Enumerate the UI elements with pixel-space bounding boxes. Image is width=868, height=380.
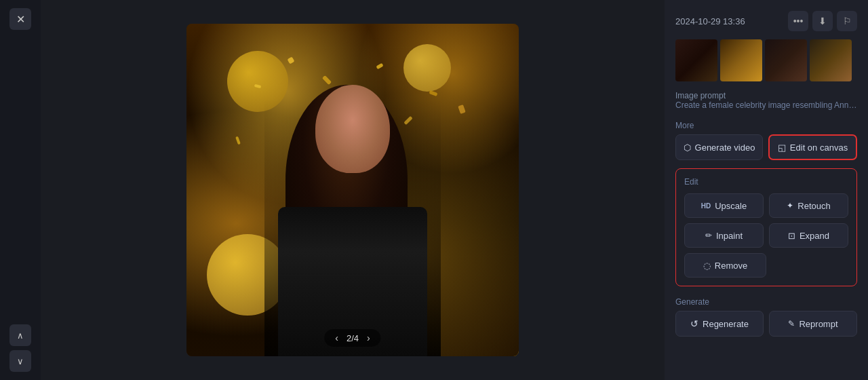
more-section: More ⬡ Generate video ◱ Edit on canvas — [675, 118, 857, 160]
prev-arrow-icon: ‹ — [335, 332, 338, 343]
generate-video-label: Generate video — [695, 142, 755, 153]
edit-section: Edit HD Upscale ✦ Retouch ✏ Inpaint ⊡ Ex… — [675, 168, 857, 286]
reprompt-icon: ✎ — [788, 319, 795, 328]
nav-arrows: ∧ ∨ — [9, 324, 31, 372]
close-button[interactable]: ✕ — [9, 8, 31, 30]
header-actions: ••• ⬇ ⚐ — [788, 11, 857, 31]
timestamp: 2024-10-29 13:36 — [675, 16, 745, 26]
reprompt-label: Reprompt — [799, 319, 837, 329]
regenerate-button[interactable]: ↺ Regenerate — [675, 311, 764, 337]
edit-grid: HD Upscale ✦ Retouch ✏ Inpaint ⊡ Expand … — [684, 193, 848, 278]
prompt-label: Image prompt — [675, 91, 857, 100]
main-image — [186, 24, 519, 356]
more-section-label: More — [675, 121, 857, 130]
thumbnail-2[interactable] — [720, 39, 762, 81]
retouch-icon: ✦ — [787, 201, 793, 210]
expand-button[interactable]: ⊡ Expand — [769, 223, 848, 248]
prompt-text: Create a female celebrity image resembli… — [675, 100, 857, 110]
generate-section: Generate ↺ Regenerate ✎ Reprompt — [675, 294, 857, 337]
expand-icon: ⊡ — [788, 231, 795, 241]
generate-section-label: Generate — [675, 297, 857, 307]
video-icon: ⬡ — [684, 142, 691, 153]
bookmark-button[interactable]: ⚐ — [837, 11, 857, 31]
thumbnail-strip — [675, 39, 857, 81]
more-icon: ••• — [793, 16, 804, 26]
retouch-button[interactable]: ✦ Retouch — [769, 193, 848, 218]
regenerate-label: Regenerate — [703, 319, 749, 329]
edit-section-label: Edit — [684, 177, 848, 187]
inpaint-button[interactable]: ✏ Inpaint — [684, 223, 764, 248]
nav-down-button[interactable]: ∨ — [9, 350, 31, 372]
panel-header: 2024-10-29 13:36 ••• ⬇ ⚐ — [675, 11, 857, 31]
generate-video-button[interactable]: ⬡ Generate video — [675, 134, 763, 160]
edit-on-canvas-button[interactable]: ◱ Edit on canvas — [768, 134, 857, 160]
inpaint-icon: ✏ — [705, 231, 712, 240]
reprompt-button[interactable]: ✎ Reprompt — [769, 311, 857, 337]
remove-label: Remove — [715, 261, 747, 271]
main-content: ‹ 2/4 › — [41, 0, 665, 380]
regenerate-icon: ↺ — [690, 318, 698, 329]
hd-icon: HD — [701, 202, 711, 210]
nav-up-button[interactable]: ∧ — [9, 324, 31, 346]
download-icon: ⬇ — [818, 16, 827, 26]
prev-image-button[interactable]: ‹ — [334, 332, 340, 343]
next-arrow-icon: › — [367, 332, 370, 343]
left-sidebar: ✕ ∧ ∨ — [0, 0, 41, 380]
upscale-label: Upscale — [715, 201, 747, 211]
image-nav: ‹ 2/4 › — [324, 329, 380, 347]
download-button[interactable]: ⬇ — [812, 11, 833, 31]
image-container: ‹ 2/4 › — [186, 24, 519, 356]
chevron-up-icon: ∧ — [17, 330, 24, 341]
edit-on-canvas-label: Edit on canvas — [790, 142, 848, 153]
more-options-button[interactable]: ••• — [788, 11, 808, 31]
chevron-down-icon: ∨ — [17, 356, 24, 366]
next-image-button[interactable]: › — [366, 332, 372, 343]
upscale-button[interactable]: HD Upscale — [684, 193, 764, 218]
retouch-label: Retouch — [797, 201, 830, 211]
more-action-row: ⬡ Generate video ◱ Edit on canvas — [675, 134, 857, 160]
canvas-icon: ◱ — [778, 142, 786, 153]
close-icon: ✕ — [16, 13, 25, 26]
remove-icon: ◌ — [703, 261, 711, 271]
remove-button[interactable]: ◌ Remove — [684, 253, 766, 278]
right-panel: 2024-10-29 13:36 ••• ⬇ ⚐ Image prompt Cr… — [665, 0, 868, 380]
inpaint-label: Inpaint — [716, 231, 743, 241]
image-counter: 2/4 — [347, 333, 359, 343]
generate-row: ↺ Regenerate ✎ Reprompt — [675, 311, 857, 337]
thumbnail-3[interactable] — [765, 39, 807, 81]
bookmark-icon: ⚐ — [843, 16, 852, 26]
prompt-section: Image prompt Create a female celebrity i… — [675, 90, 857, 110]
thumbnail-1[interactable] — [675, 39, 717, 81]
expand-label: Expand — [800, 231, 829, 241]
thumbnail-4[interactable] — [810, 39, 852, 81]
